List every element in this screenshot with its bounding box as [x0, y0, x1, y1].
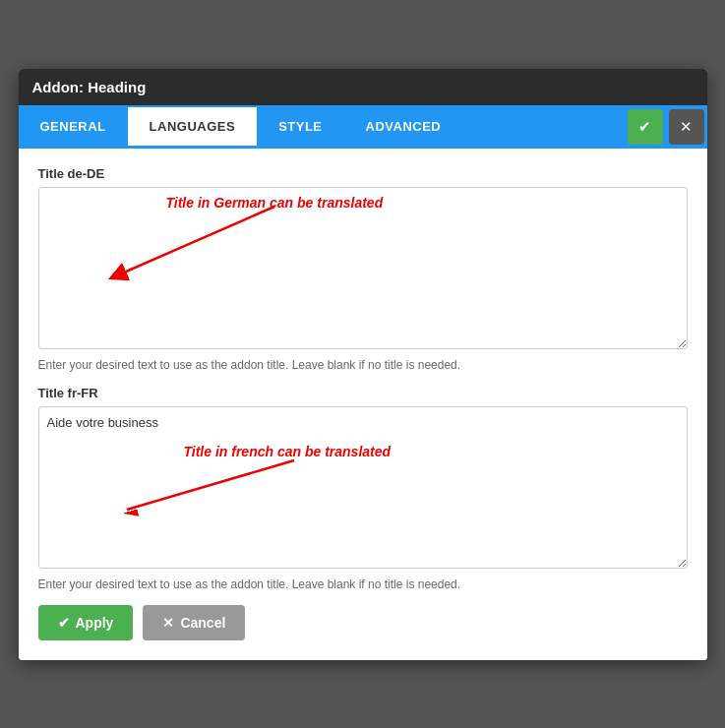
annotation-text-fr: Title in french can be translated: [184, 444, 392, 459]
close-icon-button[interactable]: ✕: [669, 109, 704, 145]
help-text-fr: Enter your desired text to use as the ad…: [38, 577, 688, 591]
cancel-label: Cancel: [180, 615, 225, 631]
tab-advanced[interactable]: ADVANCED: [344, 107, 463, 146]
annotation-area-fr: Title in french can be translated: [38, 406, 688, 574]
apply-label: Apply: [76, 615, 114, 631]
textarea-fr[interactable]: [38, 406, 688, 569]
help-text-de: Enter your desired text to use as the ad…: [38, 358, 688, 372]
field-label-fr: Title fr-FR: [38, 386, 688, 400]
modal-container: Addon: Heading GENERAL LANGUAGES STYLE A…: [19, 69, 707, 660]
field-title-de: Title de-DE Title in German can be trans…: [38, 166, 688, 372]
tabs-bar: GENERAL LANGUAGES STYLE ADVANCED ✔ ✕: [19, 105, 707, 149]
field-label-de: Title de-DE: [38, 166, 688, 181]
textarea-de[interactable]: [38, 187, 688, 349]
field-title-fr: Title fr-FR Title in french can be trans…: [38, 386, 688, 591]
cancel-icon: ✕: [162, 615, 174, 631]
tab-languages[interactable]: LANGUAGES: [128, 107, 258, 146]
apply-icon: ✔: [58, 615, 70, 631]
save-icon-button[interactable]: ✔: [628, 109, 663, 145]
cancel-button[interactable]: ✕ Cancel: [143, 605, 245, 640]
modal-title: Addon: Heading: [32, 79, 147, 95]
tab-style[interactable]: STYLE: [257, 107, 343, 146]
button-row: ✔ Apply ✕ Cancel: [38, 605, 688, 640]
modal-body: Title de-DE Title in German can be trans…: [19, 149, 707, 660]
apply-button[interactable]: ✔ Apply: [38, 605, 134, 640]
tab-general[interactable]: GENERAL: [19, 107, 128, 146]
modal-header: Addon: Heading: [19, 69, 707, 105]
annotation-text-de: Title in German can be translated: [166, 195, 384, 211]
annotation-area-de: Title in German can be translated: [38, 187, 688, 354]
